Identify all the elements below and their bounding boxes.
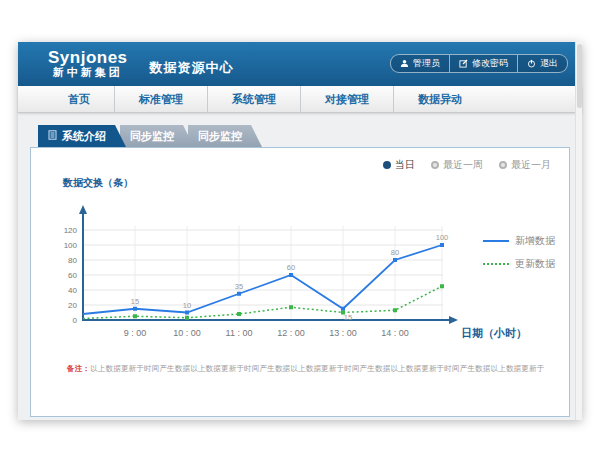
tab-sync-monitor-2[interactable]: 同步监控 [188,125,262,147]
user-icon [400,59,409,68]
app-window: Synjones 新中新集团 数据资源中心 管理员 修改密码 退出 [18,42,582,420]
nav-item-home[interactable]: 首页 [44,86,114,112]
main-nav: 首页 标准管理 系统管理 对接管理 数据异动 [18,86,582,113]
svg-text:15: 15 [344,313,352,322]
logout-label: 退出 [540,57,558,70]
app-header: Synjones 新中新集团 数据资源中心 管理员 修改密码 退出 [18,42,582,86]
tab-label: 系统介绍 [62,125,106,147]
tab-label: 同步监控 [130,130,174,142]
svg-text:12 : 00: 12 : 00 [277,328,305,338]
svg-text:9 : 00: 9 : 00 [124,328,147,338]
svg-text:100: 100 [64,241,78,250]
logo-primary: Synjones [48,49,128,67]
chart-panel: 当日 最近一周 最近一月 数据交换（条） 0204060801001209 : … [30,147,570,417]
range-label: 最近一月 [511,158,551,172]
svg-text:60: 60 [68,271,77,280]
svg-text:0: 0 [73,316,78,325]
exchange-chart: 0204060801001209 : 0010 : 0011 : 0012 : … [45,192,557,358]
svg-text:15: 15 [131,297,139,306]
page-title: 数据资源中心 [150,59,234,86]
dotted-line-icon [483,263,509,265]
radio-unselected-icon [431,161,439,169]
content-area: 系统介绍 同步监控 同步监控 当日 最近一周 [18,113,582,420]
document-icon [48,125,57,147]
range-label: 当日 [395,158,415,172]
svg-text:11 : 00: 11 : 00 [226,328,253,338]
range-option-last-month[interactable]: 最近一月 [499,158,551,172]
nav-item-anomaly[interactable]: 数据异动 [393,86,486,112]
admin-user-label: 管理员 [413,57,440,70]
svg-text:80: 80 [68,256,77,265]
scrollbar-thumb[interactable] [577,44,582,108]
tab-bar: 系统介绍 同步监控 同步监控 [38,125,570,147]
logout-button[interactable]: 退出 [518,54,568,73]
svg-text:13 : 00: 13 : 00 [329,328,357,338]
svg-text:80: 80 [391,248,399,257]
footnote-prefix: 备注： [67,364,90,373]
footnote-text: 以上数据更新于时间产生数据以上数据更新于时间产生数据以上数据更新于时间产生数据以… [90,364,544,373]
power-icon [527,59,536,68]
nav-item-system[interactable]: 系统管理 [207,86,300,112]
radio-unselected-icon [499,161,507,169]
legend-label: 更新数据 [515,257,555,271]
change-password-button[interactable]: 修改密码 [450,54,518,73]
tab-system-intro[interactable]: 系统介绍 [38,125,126,147]
legend-label: 新增数据 [515,234,555,248]
nav-item-interface[interactable]: 对接管理 [300,86,393,112]
user-actions: 管理员 修改密码 退出 [390,54,568,73]
legend-item-update-data: 更新数据 [483,257,555,271]
logo-secondary: 新中新集团 [48,67,128,79]
range-option-today[interactable]: 当日 [383,158,415,172]
svg-text:14 : 00: 14 : 00 [381,328,409,338]
tab-label: 同步监控 [198,130,242,142]
svg-text:120: 120 [64,226,78,235]
svg-text:20: 20 [68,301,77,310]
svg-text:10: 10 [183,301,191,310]
svg-text:35: 35 [235,282,243,291]
window-scrollbar[interactable] [575,42,582,420]
chart-legend: 新增数据 更新数据 [483,234,555,280]
y-axis-title: 数据交换（条） [63,176,133,190]
tab-sync-monitor-1[interactable]: 同步监控 [120,125,194,147]
svg-text:60: 60 [287,263,295,272]
synjones-logo: Synjones 新中新集团 [48,49,128,78]
change-password-label: 修改密码 [472,57,508,70]
admin-user-button[interactable]: 管理员 [390,54,450,73]
svg-text:40: 40 [68,286,77,295]
range-label: 最近一周 [443,158,483,172]
radio-selected-icon [383,161,391,169]
svg-text:日期（小时）: 日期（小时） [461,327,527,340]
solid-line-icon [483,240,509,242]
nav-item-standards[interactable]: 标准管理 [114,86,207,112]
footnote: 备注：以上数据更新于时间产生数据以上数据更新于时间产生数据以上数据更新于时间产生… [67,364,544,374]
svg-text:10 : 00: 10 : 00 [173,328,201,338]
svg-text:100: 100 [436,233,449,242]
edit-icon [459,59,468,68]
range-option-last-week[interactable]: 最近一周 [431,158,483,172]
legend-item-new-data: 新增数据 [483,234,555,248]
range-filter-group: 当日 最近一周 最近一月 [383,158,551,172]
